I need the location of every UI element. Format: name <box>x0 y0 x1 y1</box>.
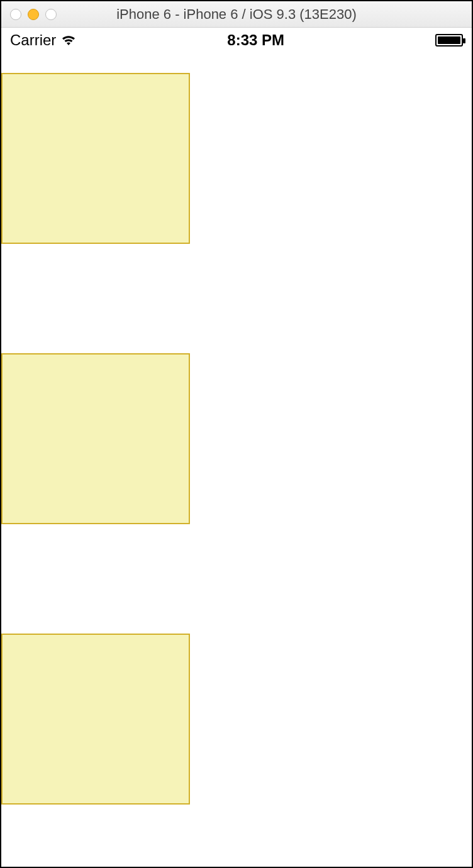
status-bar-right <box>435 34 463 47</box>
mac-titlebar[interactable]: iPhone 6 - iPhone 6 / iOS 9.3 (13E230) <box>1 1 472 28</box>
battery-icon <box>435 34 463 47</box>
ios-content-area[interactable] <box>1 53 472 867</box>
battery-fill <box>438 36 460 44</box>
minimize-window-button[interactable] <box>28 9 39 20</box>
status-bar-time: 8:33 PM <box>227 31 284 49</box>
close-window-button[interactable] <box>10 9 21 20</box>
simulator-window: iPhone 6 - iPhone 6 / iOS 9.3 (13E230) C… <box>0 0 473 868</box>
wifi-icon <box>61 35 76 46</box>
window-title: iPhone 6 - iPhone 6 / iOS 9.3 (13E230) <box>1 6 472 23</box>
zoom-window-button[interactable] <box>45 9 57 20</box>
status-bar-left: Carrier <box>10 31 76 49</box>
yellow-view-2[interactable] <box>1 353 190 524</box>
yellow-view-3[interactable] <box>1 634 190 805</box>
carrier-label: Carrier <box>10 31 56 49</box>
ios-status-bar: Carrier 8:33 PM <box>1 28 472 53</box>
yellow-view-1[interactable] <box>1 73 190 244</box>
traffic-lights <box>10 9 57 20</box>
